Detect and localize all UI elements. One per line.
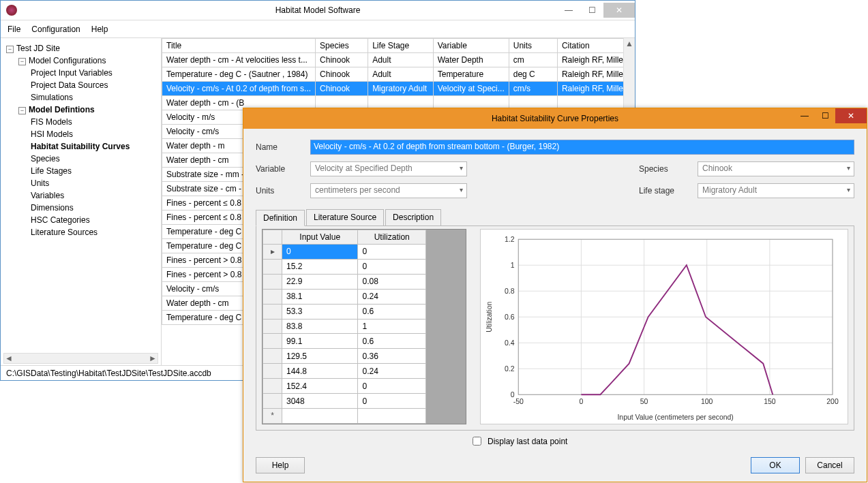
dialog-maximize-button[interactable]: ☐: [815, 108, 835, 123]
name-input[interactable]: Velocity - cm/s - At 0.2 of depth from s…: [310, 140, 854, 155]
table-row[interactable]: 15.20: [263, 259, 426, 274]
svg-text:200: 200: [826, 398, 839, 405]
table-row[interactable]: Temperature - deg C - (Sautner , 1984)Ch…: [162, 67, 635, 82]
table-row[interactable]: 144.80.24: [263, 364, 426, 379]
main-titlebar: Habitat Model Software — ☐ ✕: [1, 1, 635, 20]
help-button[interactable]: Help: [256, 457, 305, 473]
svg-text:0.8: 0.8: [505, 287, 515, 295]
variable-select[interactable]: Velocity at Specified Depth: [310, 161, 467, 176]
table-row[interactable]: 22.90.08: [263, 274, 426, 289]
collapse-icon[interactable]: −: [18, 58, 26, 65]
chart-area: -5005010015020000.20.40.60.811.2Input Va…: [480, 229, 848, 424]
tab-description[interactable]: Description: [385, 209, 441, 225]
app-icon: [6, 5, 17, 16]
dialog-close-button[interactable]: ✕: [835, 108, 867, 123]
dialog-title: Habitat Suitability Curve Properties: [492, 114, 618, 123]
menu-file[interactable]: File: [8, 25, 20, 34]
svg-text:0: 0: [511, 391, 515, 399]
tree-model-definitions[interactable]: −Model Defintions FIS ModelsHSI ModelsHa…: [18, 104, 158, 238]
dialog-titlebar: Habitat Suitability Curve Properties — ☐…: [243, 108, 867, 129]
column-header[interactable]: Life Stage: [368, 39, 434, 53]
tree-item[interactable]: HSI Models: [31, 128, 158, 140]
maximize-button[interactable]: ☐: [580, 3, 603, 18]
name-label: Name: [256, 142, 293, 152]
table-row[interactable]: 129.50.36: [263, 349, 426, 364]
definition-grid-wrap: Input ValueUtilization ▸0015.2022.90.083…: [262, 229, 466, 424]
minimize-button[interactable]: —: [557, 3, 580, 18]
menubar: File Configuration Help: [1, 20, 635, 38]
main-title: Habitat Model Software: [275, 5, 361, 15]
svg-text:1: 1: [511, 262, 515, 269]
tree-model-configurations[interactable]: −Model Configurations Project Input Vari…: [18, 54, 158, 104]
tab-page-definition: Input ValueUtilization ▸0015.2022.90.083…: [256, 225, 854, 431]
svg-text:0.4: 0.4: [505, 339, 515, 347]
table-row[interactable]: ▸00: [263, 245, 426, 260]
status-path: C:\GISData\Testing\Habitat\TestJDSite\Te…: [6, 369, 211, 378]
tree-pane: −Test JD Site −Model Configurations Proj…: [1, 38, 162, 365]
table-row[interactable]: 30480: [263, 394, 426, 409]
tree-item[interactable]: FIS Models: [31, 116, 158, 128]
svg-text:100: 100: [701, 398, 713, 405]
tree-item[interactable]: Project Input Variables: [31, 67, 158, 79]
close-button[interactable]: ✕: [603, 3, 635, 18]
svg-text:Utilization: Utilization: [485, 301, 493, 332]
tree-item[interactable]: Project Data Sources: [31, 79, 158, 91]
tree-item[interactable]: Simulations: [31, 91, 158, 104]
variable-label: Variable: [256, 164, 293, 174]
utilization-chart: -5005010015020000.20.40.60.811.2Input Va…: [481, 230, 848, 424]
table-row[interactable]: 53.30.6: [263, 304, 426, 319]
new-row[interactable]: *: [263, 408, 426, 423]
collapse-icon[interactable]: −: [18, 107, 26, 114]
tree-item[interactable]: Species: [31, 153, 158, 165]
display-last-checkbox[interactable]: [473, 437, 481, 446]
cancel-button[interactable]: Cancel: [805, 457, 854, 473]
table-row[interactable]: 99.10.6: [263, 334, 426, 349]
table-row[interactable]: 83.81: [263, 319, 426, 334]
lifestage-label: Life stage: [639, 186, 680, 196]
svg-text:50: 50: [640, 398, 648, 405]
svg-text:0: 0: [579, 398, 583, 405]
tree-item[interactable]: Dimensions: [31, 202, 158, 214]
column-header[interactable]: Units: [509, 39, 557, 53]
table-row[interactable]: Velocity - cm/s - At 0.2 of depth from s…: [162, 82, 635, 96]
window-controls: — ☐ ✕: [557, 3, 635, 18]
tree-item[interactable]: HSC Categories: [31, 214, 158, 226]
lifestage-select[interactable]: Migratory Adult: [698, 183, 854, 198]
collapse-icon[interactable]: −: [6, 46, 14, 53]
units-select[interactable]: centimeters per second: [310, 183, 467, 198]
dialog-minimize-button[interactable]: —: [794, 108, 815, 123]
svg-text:150: 150: [764, 398, 776, 405]
tree-item[interactable]: Literature Sources: [31, 226, 158, 238]
tabstrip: Definition Literature Source Description: [256, 209, 854, 225]
tab-literature-source[interactable]: Literature Source: [306, 209, 384, 225]
tree-item[interactable]: Units: [31, 177, 158, 189]
menu-help[interactable]: Help: [91, 25, 108, 34]
column-header[interactable]: Species: [316, 39, 368, 53]
species-select[interactable]: Chinook: [698, 161, 854, 176]
species-label: Species: [639, 164, 680, 174]
display-last-label: Display last data point: [488, 437, 567, 446]
definition-grid[interactable]: Input ValueUtilization ▸0015.2022.90.083…: [263, 230, 426, 424]
units-label: Units: [256, 186, 293, 196]
table-row[interactable]: 38.10.24: [263, 289, 426, 304]
svg-text:0.2: 0.2: [505, 365, 515, 373]
ok-button[interactable]: OK: [751, 457, 800, 473]
svg-text:-50: -50: [513, 398, 524, 405]
hsc-properties-dialog: Habitat Suitability Curve Properties — ☐…: [243, 108, 867, 482]
svg-text:Input Value (centimeters per s: Input Value (centimeters per second): [617, 414, 733, 421]
tree-item[interactable]: Habitat Suitability Curves: [31, 140, 158, 153]
column-header[interactable]: Title: [162, 39, 316, 53]
tree-item[interactable]: Variables: [31, 189, 158, 202]
menu-configuration[interactable]: Configuration: [31, 25, 80, 34]
tree-h-scrollbar[interactable]: ◄►: [3, 353, 158, 364]
table-row[interactable]: Water depth - cm - At velocities less t.…: [162, 53, 635, 67]
tree-root[interactable]: −Test JD Site −Model Configurations Proj…: [6, 42, 158, 238]
column-header[interactable]: Variable: [433, 39, 509, 53]
svg-text:1.2: 1.2: [505, 236, 515, 243]
tree-item[interactable]: Life Stages: [31, 165, 158, 177]
tab-definition[interactable]: Definition: [256, 210, 305, 226]
svg-text:0.6: 0.6: [505, 313, 515, 321]
table-row[interactable]: 152.40: [263, 379, 426, 394]
